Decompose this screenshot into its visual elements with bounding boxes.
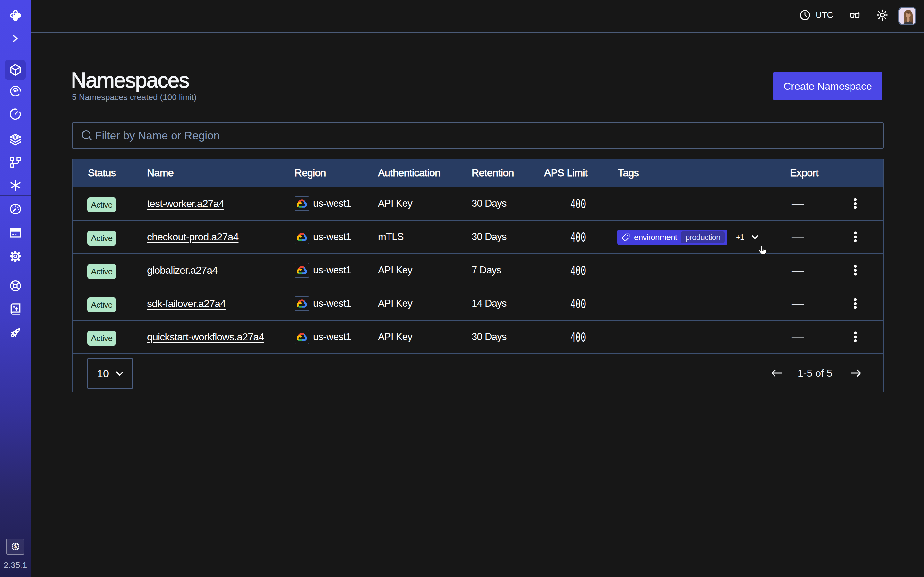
svg-text:$: $ xyxy=(14,544,17,549)
